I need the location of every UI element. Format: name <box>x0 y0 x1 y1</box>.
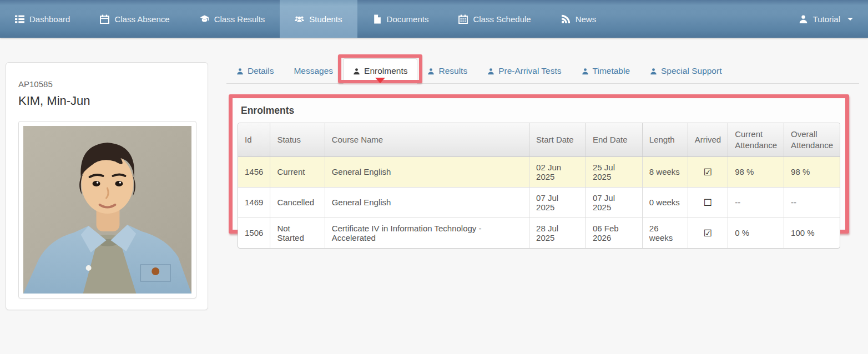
person-icon <box>427 68 435 75</box>
user-icon <box>799 14 808 24</box>
person-icon <box>236 68 244 75</box>
nav-item-label: Class Absence <box>114 14 169 24</box>
column-header-end-date[interactable]: End Date <box>586 123 642 156</box>
column-header-length[interactable]: Length <box>642 123 688 156</box>
nav-item-label: News <box>576 14 597 24</box>
table-row[interactable]: 1456 Current General English 02 Jun 2025… <box>238 156 840 187</box>
cell-start-date: 07 Jul 2025 <box>529 187 586 218</box>
nav-item-class-absence[interactable]: Class Absence <box>85 0 184 38</box>
cell-id: 1456 <box>238 156 270 187</box>
rss-icon <box>561 14 571 24</box>
cell-course-name: Certificate IV in Information Technology… <box>325 218 529 248</box>
cell-length: 8 weeks <box>642 156 688 187</box>
cell-start-date: 02 Jun 2025 <box>529 156 586 187</box>
column-header-arrived[interactable]: Arrived <box>688 123 728 156</box>
cell-id: 1469 <box>238 187 270 218</box>
column-header-course-name[interactable]: Course Name <box>325 123 529 156</box>
student-portrait-illustration <box>23 126 191 294</box>
enrolments-panel-title: Enrolments <box>241 105 840 117</box>
student-name: KIM, Min-Jun <box>18 94 195 108</box>
tab-pre-arrival-tests[interactable]: Pre-Arrival Tests <box>477 58 571 84</box>
tab-bar: Details Messages Enrolments Results Pre-… <box>226 58 859 84</box>
cell-id: 1506 <box>238 218 270 248</box>
column-header-start-date[interactable]: Start Date <box>529 123 586 156</box>
column-header-id[interactable]: Id <box>238 123 270 156</box>
column-header-current-attendance[interactable]: Current Attendance <box>728 123 784 156</box>
enrolments-table: Id Status Course Name Start Date End Dat… <box>238 123 840 249</box>
enrolments-panel: Enrolments Id Status Course Name Start D… <box>229 94 849 234</box>
document-icon <box>372 14 382 24</box>
tab-label: Special Support <box>661 66 721 76</box>
cell-current-attendance: 0 % <box>728 218 784 248</box>
tab-messages[interactable]: Messages <box>284 58 343 84</box>
column-header-status[interactable]: Status <box>270 123 325 156</box>
tab-label: Pre-Arrival Tests <box>498 66 561 76</box>
student-photo <box>18 121 196 299</box>
person-icon <box>487 68 494 75</box>
cell-status: Cancelled <box>270 187 325 218</box>
nav-item-label: Class Results <box>214 14 265 24</box>
cell-end-date: 07 Jul 2025 <box>586 187 642 218</box>
tab-label: Messages <box>294 66 333 76</box>
nav-item-class-schedule[interactable]: Class Schedule <box>443 0 546 38</box>
cell-course-name: General English <box>325 187 529 218</box>
annotation-arrow-down-icon <box>375 83 385 95</box>
tab-details[interactable]: Details <box>226 58 284 84</box>
nav-item-dashboard[interactable]: Dashboard <box>0 0 85 38</box>
cell-status: Not Started <box>270 218 325 248</box>
users-icon <box>295 14 304 24</box>
student-id: AP10585 <box>18 79 195 89</box>
tab-label: Enrolments <box>364 66 407 76</box>
cell-status: Current <box>270 156 325 187</box>
user-menu-label: Tutorial <box>813 14 840 24</box>
checkbox-unchecked-icon: ☐ <box>704 197 712 208</box>
person-icon <box>582 68 589 75</box>
table-header-row: Id Status Course Name Start Date End Dat… <box>238 123 840 156</box>
tab-special-support[interactable]: Special Support <box>640 58 731 84</box>
tab-results[interactable]: Results <box>417 58 477 84</box>
cell-length: 26 weeks <box>642 218 688 248</box>
calendar-grid-icon <box>458 14 468 24</box>
tab-label: Timetable <box>593 66 630 76</box>
person-icon <box>650 68 657 75</box>
top-navbar: Dashboard Class Absence Class Results St… <box>0 0 868 38</box>
cell-start-date: 28 Jul 2025 <box>529 218 586 248</box>
cell-end-date: 06 Feb 2026 <box>586 218 642 248</box>
cell-overall-attendance: 100 % <box>784 218 840 248</box>
cell-current-attendance: -- <box>728 187 784 218</box>
nav-item-label: Dashboard <box>29 14 70 24</box>
table-row[interactable]: 1469 Cancelled General English 07 Jul 20… <box>238 187 840 218</box>
table-row[interactable]: 1506 Not Started Certificate IV in Infor… <box>238 218 840 248</box>
cell-end-date: 25 Jul 2025 <box>586 156 642 187</box>
cell-overall-attendance: -- <box>784 187 840 218</box>
column-header-overall-attendance[interactable]: Overall Attendance <box>784 123 840 156</box>
dashboard-icon <box>15 14 24 24</box>
graduation-cap-icon <box>200 14 209 24</box>
cell-course-name: General English <box>325 156 529 187</box>
tab-label: Results <box>438 66 467 76</box>
cell-length: 0 weeks <box>642 187 688 218</box>
tab-timetable[interactable]: Timetable <box>572 58 640 84</box>
user-menu-tutorial[interactable]: Tutorial <box>784 0 868 38</box>
checkbox-checked-icon: ☑ <box>704 227 712 239</box>
cell-current-attendance: 98 % <box>728 156 784 187</box>
student-detail-tabs: Details Messages Enrolments Results Pre-… <box>226 58 859 84</box>
nav-item-label: Documents <box>387 14 429 24</box>
nav-item-label: Students <box>309 14 342 24</box>
tab-enrolments-wrapper: Enrolments <box>343 58 417 83</box>
nav-item-students[interactable]: Students <box>280 0 357 38</box>
nav-item-label: Class Schedule <box>473 14 531 24</box>
cell-overall-attendance: 98 % <box>784 156 840 187</box>
checkbox-checked-icon: ☑ <box>704 166 712 178</box>
nav-item-class-results[interactable]: Class Results <box>185 0 280 38</box>
tab-label: Details <box>248 66 274 76</box>
calendar-icon <box>100 14 109 24</box>
nav-item-documents[interactable]: Documents <box>357 0 444 38</box>
person-icon <box>353 68 360 75</box>
chevron-down-icon <box>847 18 853 21</box>
tab-enrolments[interactable]: Enrolments <box>343 58 417 84</box>
student-summary-card: AP10585 KIM, Min-Jun <box>6 62 208 310</box>
nav-item-news[interactable]: News <box>546 0 612 38</box>
